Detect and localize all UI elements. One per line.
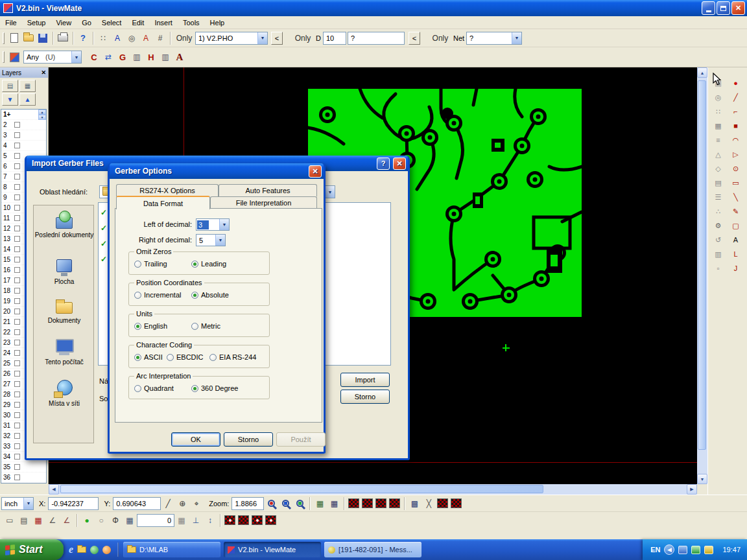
apply-button[interactable]: Použít — [276, 432, 326, 447]
layer-color-swatch[interactable] — [14, 474, 20, 480]
layers-panel-button[interactable]: ▦ — [19, 80, 36, 92]
pattern-tool-icon[interactable] — [362, 498, 373, 508]
horizontal-scroll-thumb[interactable] — [60, 485, 543, 493]
grid-tool-button[interactable]: ▥ — [158, 50, 172, 64]
tab-rs274x-options[interactable]: RS274-X Options — [116, 184, 219, 196]
print-button[interactable] — [56, 31, 70, 45]
aperture-pattern-icon[interactable] — [252, 515, 263, 525]
nav-tool-icon[interactable]: ╱ — [161, 496, 175, 511]
y-coordinate-field[interactable]: 0.690643 — [113, 497, 161, 510]
layer-color-swatch[interactable] — [14, 236, 20, 242]
layer-color-swatch[interactable] — [14, 122, 20, 128]
layer-color-swatch[interactable] — [14, 257, 20, 262]
tray-alert-icon[interactable] — [704, 546, 713, 554]
layer-color-swatch[interactable] — [14, 132, 20, 138]
menu-item[interactable]: Select — [97, 17, 127, 29]
component-tool-button[interactable]: C — [87, 50, 101, 64]
snap-tool-icon[interactable]: ▦ — [174, 513, 189, 528]
tool-icon[interactable]: A — [728, 233, 744, 246]
layers-panel-button[interactable]: ▼ — [2, 93, 18, 106]
dropdown-icon[interactable]: ▼ — [219, 219, 229, 230]
grid-view-icon[interactable]: ▦ — [313, 496, 327, 511]
dcode-field[interactable]: 10 — [323, 32, 346, 45]
layers-panel-button[interactable]: ▤ — [2, 80, 18, 92]
selection-mode-button[interactable] — [7, 50, 21, 64]
tray-display-icon[interactable] — [678, 546, 687, 554]
dropdown-icon[interactable]: ▼ — [71, 51, 81, 63]
nav-tool-icon[interactable]: ⊕ — [175, 496, 189, 511]
layer-color-swatch[interactable] — [14, 309, 20, 314]
pattern-tool-icon[interactable] — [389, 498, 400, 508]
radio-360-degree[interactable]: 360 Degree — [191, 384, 239, 392]
any-filter-combo[interactable]: Any (U) ▼ — [23, 51, 82, 64]
edit-tool-icon[interactable]: ∠ — [60, 513, 74, 528]
spinner-down-icon[interactable]: ▼ — [38, 115, 46, 120]
aperture-tool-button[interactable]: A — [172, 50, 187, 64]
layer-color-swatch[interactable] — [14, 454, 20, 460]
layer-combo[interactable]: 1) V2.PHO ▼ — [195, 32, 268, 45]
save-button[interactable] — [36, 31, 50, 45]
radio-metric[interactable]: Metric — [191, 322, 220, 330]
measure-tool-icon[interactable]: ∷ — [96, 31, 110, 45]
layer-row[interactable]: 4 — [1, 141, 46, 151]
measure-tool-icon[interactable]: # — [153, 31, 167, 45]
prev-layer-button[interactable]: < — [271, 32, 283, 45]
tool-icon[interactable]: ◎ — [710, 91, 726, 104]
menu-item[interactable]: Setup — [22, 17, 51, 29]
gerber-tool-button[interactable]: G — [115, 50, 130, 64]
radio-eia-rs244[interactable]: EIA RS-244 — [209, 353, 256, 361]
radio-incremental[interactable]: Incremental — [134, 291, 181, 299]
panel-close-icon[interactable]: ✕ — [41, 69, 46, 76]
edit-tool-icon[interactable]: ▤ — [17, 513, 31, 528]
layer-row[interactable]: 2 — [1, 120, 46, 130]
misc-tool-icon[interactable]: ▩ — [407, 496, 421, 511]
tray-status-icon[interactable] — [691, 546, 700, 554]
scroll-left-icon[interactable]: ◀ — [49, 484, 59, 495]
layer-color-swatch[interactable] — [14, 184, 20, 190]
toolbar-grip[interactable] — [3, 51, 5, 63]
marker-tool-icon[interactable]: Φ — [108, 513, 123, 528]
tool-icon[interactable]: ↺ — [710, 233, 726, 246]
cancel-button[interactable]: Storno — [224, 432, 273, 447]
open-file-button[interactable] — [21, 31, 36, 45]
scroll-down-icon[interactable]: ▼ — [697, 474, 707, 484]
menu-item[interactable]: Edit — [126, 17, 149, 29]
layer-color-swatch[interactable] — [14, 143, 20, 148]
layer-color-swatch[interactable] — [14, 340, 20, 345]
tab-data-format[interactable]: Data Format — [116, 196, 210, 209]
layer-color-swatch[interactable] — [14, 350, 20, 356]
dropdown-icon[interactable]: ▼ — [512, 32, 521, 44]
tool-icon[interactable]: ╱ — [728, 91, 744, 104]
place-desktop[interactable]: Plocha — [34, 257, 95, 285]
place-my-computer[interactable]: Tento počítač — [34, 338, 95, 366]
spinner-up-icon[interactable]: ▲ — [38, 110, 46, 115]
swap-tool-button[interactable]: ⇄ — [101, 50, 115, 64]
import-cancel-button[interactable]: Storno — [340, 390, 390, 404]
tool-icon[interactable]: ∴ — [710, 205, 726, 218]
zoom-all-icon[interactable] — [292, 496, 307, 511]
radio-absolute[interactable]: Absolute — [191, 291, 229, 299]
radio-leading[interactable]: Leading — [191, 260, 226, 268]
aperture-pattern-icon[interactable] — [265, 515, 276, 525]
tool-icon[interactable]: ✎ — [728, 205, 744, 218]
zoom-field[interactable]: 1.8866 — [231, 497, 264, 510]
layer-color-swatch[interactable] — [14, 215, 20, 221]
gerber-dialog-titlebar[interactable]: Gerber Options ✕ — [110, 163, 324, 179]
net-combo[interactable]: ? ▼ — [466, 32, 522, 45]
place-documents[interactable]: Dokumenty — [34, 296, 95, 324]
edit-tool-icon[interactable]: ▭ — [3, 513, 17, 528]
marker-tool-icon[interactable]: ○ — [94, 513, 108, 528]
tool-icon[interactable]: ⚙ — [710, 219, 726, 232]
taskbar-button-viewmate[interactable]: V2.bin - ViewMate — [224, 542, 321, 557]
layers-panel-button[interactable]: ▲ — [19, 93, 36, 106]
edit-tool-icon[interactable]: ▦ — [31, 513, 45, 528]
edit-tool-icon[interactable]: ∠ — [45, 513, 60, 528]
dcode-filter-field[interactable]: ? — [348, 32, 405, 45]
layer-color-swatch[interactable] — [14, 267, 20, 273]
layer-color-swatch[interactable] — [14, 412, 20, 418]
tool-icon[interactable]: L — [728, 248, 744, 261]
layer-color-swatch[interactable] — [14, 329, 20, 335]
radio-ascii[interactable]: ASCII — [134, 353, 163, 361]
highlight-tool-button[interactable]: H — [144, 50, 158, 64]
only-layer-toggle[interactable]: Only — [173, 31, 195, 45]
